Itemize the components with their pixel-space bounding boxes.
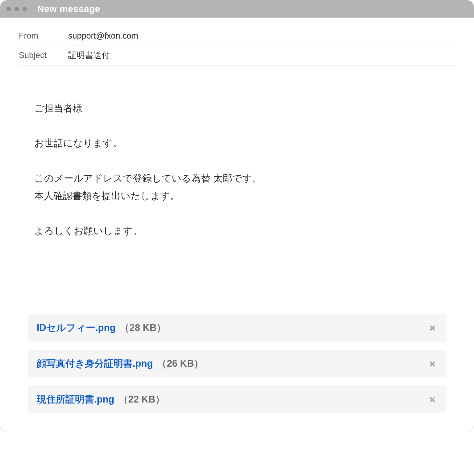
attachment-item[interactable]: IDセルフィー.png （28 KB） × [28, 314, 446, 342]
window-controls [6, 7, 27, 11]
remove-attachment-icon[interactable]: × [427, 358, 437, 369]
attachment-size: （28 KB） [120, 321, 166, 334]
from-row: From support@fxon.com [19, 27, 455, 45]
window-title: New message [37, 4, 100, 14]
maximize-icon[interactable] [23, 7, 27, 11]
attachment-name: 顔写真付き身分証明書.png [37, 357, 153, 370]
subject-row: Subject 証明書送付 [19, 45, 455, 65]
attachment-item[interactable]: 顔写真付き身分証明書.png （26 KB） × [28, 350, 446, 378]
from-field[interactable]: support@fxon.com [68, 31, 138, 41]
close-icon[interactable] [6, 7, 11, 11]
attachment-item[interactable]: 現住所証明書.png （22 KB） × [28, 386, 446, 413]
body-line: お世話になります。 [34, 134, 440, 152]
attachment-size: （22 KB） [118, 393, 165, 406]
titlebar: New message [0, 0, 474, 18]
body-line: 本人確認書類を提出いたします。 [34, 187, 440, 205]
body-line: よろしくお願いします。 [34, 222, 440, 240]
compose-content: From support@fxon.com Subject 証明書送付 ご担当者… [0, 18, 474, 432]
from-label: From [19, 31, 68, 41]
subject-label: Subject [19, 51, 68, 60]
attachments-list: IDセルフィー.png （28 KB） × 顔写真付き身分証明書.png （26… [19, 314, 455, 413]
attachment-name: 現住所証明書.png [37, 393, 114, 406]
attachment-name: IDセルフィー.png [37, 321, 115, 334]
remove-attachment-icon[interactable]: × [427, 323, 437, 333]
attachment-size: （26 KB） [157, 357, 203, 370]
subject-field[interactable]: 証明書送付 [68, 50, 110, 61]
remove-attachment-icon[interactable]: × [427, 394, 437, 405]
compose-window: New message From support@fxon.com Subjec… [0, 0, 474, 432]
body-line: ご担当者様 [34, 99, 440, 117]
body-line: このメールアドレスで登録している為替 太郎です。 [34, 169, 440, 187]
message-body[interactable]: ご担当者様 お世話になります。 このメールアドレスで登録している為替 太郎です。… [19, 65, 455, 252]
minimize-icon[interactable] [15, 7, 19, 11]
